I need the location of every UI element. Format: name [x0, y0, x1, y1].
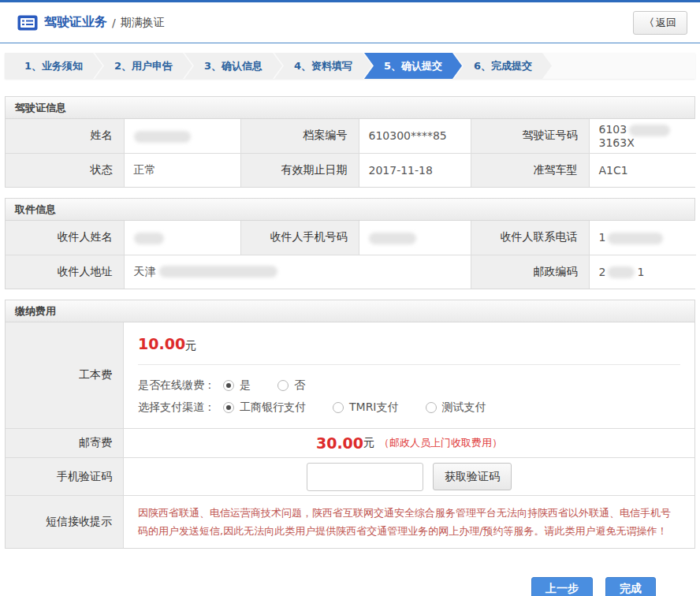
postcode-label: 邮政编码: [471, 255, 589, 289]
recipient-address-label: 收件人地址: [6, 255, 124, 289]
license-no-suffix: 3163X: [599, 136, 635, 149]
file-no-label: 档案编号: [240, 119, 359, 153]
finish-button[interactable]: 完成: [605, 577, 656, 596]
online-pay-no-label: 否: [294, 378, 305, 393]
recipient-name-label: 收件人姓名: [6, 221, 124, 255]
postage-amount: 30.00: [316, 434, 363, 452]
license-no-label: 驾驶证号码: [471, 119, 589, 153]
recipient-mobile-value: [359, 221, 471, 255]
license-section-title: 驾驶证信息: [6, 97, 694, 119]
status-value: 正常: [124, 153, 240, 187]
table-row: 状态 正常 有效期止日期 2017-11-18 准驾车型 A1C1: [6, 153, 696, 187]
fee-label: 工本费: [6, 322, 124, 428]
recipient-phone-value: 1: [589, 221, 696, 255]
fee-amount-line: 10.00元: [138, 322, 680, 364]
online-pay-caption: 是否在线缴费：: [138, 378, 215, 393]
payment-section: 缴纳费用 工本费 10.00元 是否在线缴费： 是 否 选择支付渠道： 工商银行…: [5, 300, 695, 549]
sms-code-label: 手机验证码: [6, 458, 124, 495]
back-button-label: 返回: [656, 17, 676, 28]
postcode-value: 21: [589, 255, 696, 289]
radio-unchecked-icon: [333, 402, 344, 413]
radio-unchecked-icon: [277, 380, 289, 391]
step-2-declaration[interactable]: 2、用户申告: [95, 53, 192, 79]
pay-channel-line: 选择支付渠道： 工商银行支付 TMRI支付 测试支付: [138, 397, 680, 419]
channel-icbc-label: 工商银行支付: [240, 400, 306, 415]
pickup-info-section: 取件信息 收件人姓名 收件人手机号码 收件人联系电话 1 收件人地址 天津 邮政…: [5, 198, 695, 289]
redacted-recipient-phone-blur: [608, 233, 663, 244]
file-no-value: 610300****85: [359, 119, 471, 153]
online-pay-option-yes[interactable]: 是: [223, 378, 251, 393]
license-info-section: 驾驶证信息 姓名 档案编号 610300****85 驾驶证号码 6103316…: [5, 96, 695, 188]
table-row: 收件人姓名 收件人手机号码 收件人联系电话 1: [6, 221, 696, 255]
redacted-postcode-blur: [608, 266, 635, 278]
online-pay-option-no[interactable]: 否: [277, 378, 305, 393]
sms-tip-text: 因陕西省联通、电信运营商技术问题，陕西省互联网交通安全综合服务管理平台无法向持陕…: [138, 496, 680, 548]
radio-checked-icon: [223, 380, 234, 391]
redacted-license-no-blur: [629, 125, 670, 136]
radio-checked-icon: [223, 402, 234, 413]
vehicle-class-value: A1C1: [589, 153, 696, 187]
recipient-phone-prefix: 1: [599, 231, 606, 244]
step-5-confirm-submit[interactable]: 5、确认提交: [364, 53, 462, 79]
recipient-address-value: 天津: [124, 255, 471, 289]
page-title: 驾驶证业务: [44, 14, 107, 31]
sms-code-row: 手机验证码 获取验证码: [6, 458, 694, 496]
postage-label: 邮寄费: [6, 429, 124, 457]
recipient-name-value: [124, 221, 240, 255]
step-progress-bar: 1、业务须知 2、用户申告 3、确认信息 4、资料填写 5、确认提交 6、完成提…: [5, 53, 695, 79]
expiry-value: 2017-11-18: [359, 153, 471, 187]
fee-unit: 元: [185, 339, 196, 352]
online-pay-line: 是否在线缴费： 是 否: [138, 374, 680, 397]
license-no-prefix: 6103: [599, 123, 627, 136]
redacted-recipient-address-blur: [159, 266, 277, 278]
page-header: 驾驶证业务 / 期满换证 〈返回: [0, 2, 700, 43]
radio-unchecked-icon: [426, 402, 437, 413]
license-list-icon: [17, 15, 38, 31]
postage-note: （邮政人员上门收取费用）: [379, 436, 502, 450]
postage-unit: 元: [363, 436, 374, 450]
table-row: 姓名 档案编号 610300****85 驾驶证号码 61033163X: [6, 119, 696, 153]
channel-option-tmri[interactable]: TMRI支付: [333, 400, 399, 415]
recipient-address-prefix: 天津: [134, 265, 156, 278]
table-row: 收件人地址 天津 邮政编码 21: [6, 255, 696, 289]
postage-row: 邮寄费 30.00元 （邮政人员上门收取费用）: [6, 429, 694, 458]
name-label: 姓名: [6, 119, 124, 153]
step-1-notice[interactable]: 1、业务须知: [5, 53, 102, 79]
channel-tmri-label: TMRI支付: [349, 400, 399, 415]
vehicle-class-label: 准驾车型: [471, 153, 589, 187]
redacted-recipient-mobile-blur: [369, 233, 416, 244]
sms-tip-row: 短信接收提示 因陕西省联通、电信运营商技术问题，陕西省互联网交通安全综合服务管理…: [6, 496, 694, 548]
postcode-prefix: 2: [599, 266, 606, 278]
channel-option-test[interactable]: 测试支付: [426, 400, 486, 415]
license-no-value: 61033163X: [589, 119, 696, 153]
status-label: 状态: [6, 153, 124, 187]
back-button[interactable]: 〈返回: [633, 11, 687, 35]
step-6-complete[interactable]: 6、完成提交: [454, 53, 552, 79]
step-4-fill-data[interactable]: 4、资料填写: [274, 53, 372, 79]
payment-section-title: 缴纳费用: [6, 300, 694, 322]
postcode-suffix: 1: [637, 266, 644, 278]
online-pay-yes-label: 是: [240, 378, 251, 393]
channel-option-icbc[interactable]: 工商银行支付: [223, 400, 306, 415]
sms-tip-label: 短信接收提示: [6, 496, 124, 548]
recipient-mobile-label: 收件人手机号码: [240, 221, 359, 255]
get-sms-code-button[interactable]: 获取验证码: [433, 463, 512, 490]
pickup-section-title: 取件信息: [6, 199, 694, 221]
breadcrumb-current: 期满换证: [121, 16, 165, 30]
previous-step-button[interactable]: 上一步: [531, 577, 593, 596]
footer-actions: 上一步 完成: [0, 577, 700, 596]
channel-test-label: 测试支付: [442, 400, 486, 415]
redacted-recipient-name-blur: [134, 233, 164, 244]
breadcrumb-divider: /: [112, 17, 116, 29]
back-chevron-icon: 〈: [644, 17, 654, 28]
name-value: [124, 119, 240, 153]
pay-channel-caption: 选择支付渠道：: [138, 400, 215, 415]
redacted-name-blur: [134, 131, 191, 143]
fee-amount: 10.00: [138, 335, 185, 352]
recipient-phone-label: 收件人联系电话: [471, 221, 589, 255]
fee-row: 工本费 10.00元 是否在线缴费： 是 否 选择支付渠道： 工商银行支付 TM…: [6, 322, 694, 429]
expiry-label: 有效期止日期: [240, 153, 359, 187]
step-3-confirm-info[interactable]: 3、确认信息: [184, 53, 282, 79]
sms-code-input[interactable]: [307, 463, 423, 491]
